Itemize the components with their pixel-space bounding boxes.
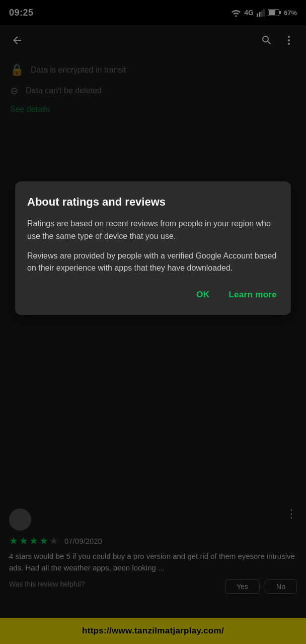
- dialog-backdrop: [0, 0, 306, 644]
- dialog-paragraph1: Ratings are based on recent reviews from…: [27, 218, 279, 243]
- learn-more-button[interactable]: Learn more: [226, 287, 279, 303]
- dialog-paragraph2: Reviews are provided by people with a ve…: [27, 250, 279, 275]
- dialog-buttons: OK Learn more: [27, 287, 279, 305]
- ratings-dialog: About ratings and reviews Ratings are ba…: [15, 181, 291, 315]
- ok-button[interactable]: OK: [194, 287, 211, 303]
- dialog-title: About ratings and reviews: [27, 196, 279, 209]
